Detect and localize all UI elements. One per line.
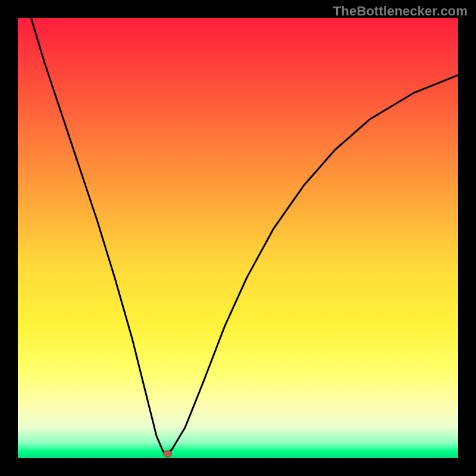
- optimal-point-marker: [164, 450, 172, 457]
- bottleneck-curve: [31, 18, 458, 454]
- chart-frame: TheBottlenecker.com: [0, 0, 476, 476]
- chart-svg: [18, 18, 458, 458]
- plot-area: [18, 18, 458, 458]
- watermark-text: TheBottlenecker.com: [333, 4, 468, 19]
